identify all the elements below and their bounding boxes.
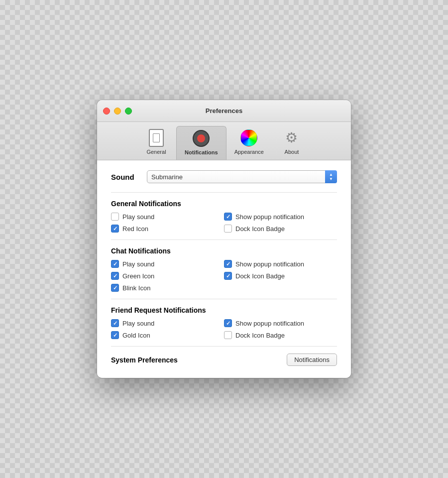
general-red-icon-label: Red Icon	[122, 225, 148, 233]
friend-dock-badge-checkbox[interactable]	[224, 331, 232, 339]
chat-show-popup-checkbox[interactable]	[224, 260, 232, 268]
window-title: Preferences	[206, 107, 242, 115]
about-icon: ⚙	[283, 129, 301, 147]
general-show-popup-item[interactable]: Show popup notification	[224, 213, 337, 221]
general-play-sound-item[interactable]: Play sound	[111, 213, 224, 221]
divider-sound	[111, 192, 337, 193]
general-play-sound-label: Play sound	[122, 213, 154, 221]
friend-gold-icon-item[interactable]: Gold Icon	[111, 331, 224, 339]
friend-dock-badge-label: Dock Icon Badge	[235, 332, 285, 339]
notifications-icon	[192, 129, 210, 147]
chat-play-sound-item[interactable]: Play sound	[111, 260, 224, 268]
appearance-icon	[240, 129, 258, 147]
friend-request-grid: Play sound Show popup notification Gold …	[111, 319, 337, 339]
chat-dock-badge-checkbox[interactable]	[224, 272, 232, 280]
friend-show-popup-label: Show popup notification	[235, 320, 304, 327]
general-dock-badge-item[interactable]: Dock Icon Badge	[224, 225, 337, 233]
chat-play-sound-checkbox[interactable]	[111, 260, 119, 268]
system-prefs-label: System Preferences	[111, 356, 178, 364]
friend-show-popup-item[interactable]: Show popup notification	[224, 319, 337, 327]
chat-dock-badge-item[interactable]: Dock Icon Badge	[224, 272, 337, 280]
chat-green-icon-checkbox[interactable]	[111, 272, 119, 280]
chat-dock-badge-label: Dock Icon Badge	[235, 272, 285, 280]
toolbar-item-notifications[interactable]: Notifications	[176, 126, 226, 160]
toolbar-item-general[interactable]: General	[136, 126, 176, 160]
chat-blink-icon-item[interactable]: Blink Icon	[111, 284, 337, 292]
chat-notifications-grid: Play sound Show popup notification Green…	[111, 260, 337, 292]
toolbar-label-general: General	[146, 149, 166, 155]
toolbar-item-about[interactable]: ⚙ About	[272, 126, 312, 160]
chat-notifications-title: Chat Notifications	[111, 247, 337, 255]
friend-play-sound-checkbox[interactable]	[111, 319, 119, 327]
friend-show-popup-checkbox[interactable]	[224, 319, 232, 327]
chat-blink-icon-label: Blink Icon	[122, 284, 150, 292]
general-notifications-title: General Notifications	[111, 200, 337, 208]
general-dock-badge-label: Dock Icon Badge	[235, 225, 285, 233]
friend-request-title: Friend Request Notifications	[111, 306, 337, 314]
general-play-sound-checkbox[interactable]	[111, 213, 119, 221]
toolbar-item-appearance[interactable]: Appearance	[226, 126, 272, 160]
toolbar-label-appearance: Appearance	[234, 149, 264, 155]
chat-show-popup-item[interactable]: Show popup notification	[224, 260, 337, 268]
preferences-window: Preferences General Notifications Appear…	[97, 100, 351, 378]
friend-gold-icon-label: Gold Icon	[122, 332, 150, 339]
toolbar-label-notifications: Notifications	[185, 149, 218, 155]
minimize-button[interactable]	[114, 108, 121, 115]
window-buttons	[103, 108, 132, 115]
titlebar: Preferences	[97, 100, 351, 122]
general-red-icon-item[interactable]: Red Icon	[111, 225, 224, 233]
general-red-icon-checkbox[interactable]	[111, 225, 119, 233]
divider-chat	[111, 299, 337, 299]
system-notifications-button[interactable]: Notifications	[287, 354, 337, 366]
toolbar: General Notifications Appearance ⚙ About	[97, 122, 351, 160]
friend-play-sound-item[interactable]: Play sound	[111, 319, 224, 327]
chat-show-popup-label: Show popup notification	[235, 260, 304, 268]
general-show-popup-label: Show popup notification	[235, 213, 304, 221]
sound-label: Sound	[111, 173, 141, 181]
system-prefs-row: System Preferences Notifications	[111, 354, 337, 366]
close-button[interactable]	[103, 108, 110, 115]
divider-friend	[111, 346, 337, 347]
friend-dock-badge-item[interactable]: Dock Icon Badge	[224, 331, 337, 339]
chat-green-icon-label: Green Icon	[122, 272, 154, 280]
friend-play-sound-label: Play sound	[122, 320, 154, 327]
general-notifications-grid: Play sound Show popup notification Red I…	[111, 213, 337, 233]
sound-row: Sound Submarine None Basso Blow Bottle F…	[111, 170, 337, 183]
content-area: Sound Submarine None Basso Blow Bottle F…	[97, 160, 351, 378]
divider-general	[111, 239, 337, 240]
chat-green-icon-item[interactable]: Green Icon	[111, 272, 224, 280]
maximize-button[interactable]	[125, 108, 132, 115]
general-show-popup-checkbox[interactable]	[224, 213, 232, 221]
chat-play-sound-label: Play sound	[122, 260, 154, 268]
general-icon	[147, 129, 165, 147]
general-dock-badge-checkbox[interactable]	[224, 225, 232, 233]
chat-blink-icon-checkbox[interactable]	[111, 284, 119, 292]
friend-gold-icon-checkbox[interactable]	[111, 331, 119, 339]
sound-select[interactable]: Submarine None Basso Blow Bottle Frog Fu…	[147, 170, 337, 183]
toolbar-label-about: About	[285, 149, 299, 155]
sound-select-wrapper: Submarine None Basso Blow Bottle Frog Fu…	[147, 170, 337, 183]
